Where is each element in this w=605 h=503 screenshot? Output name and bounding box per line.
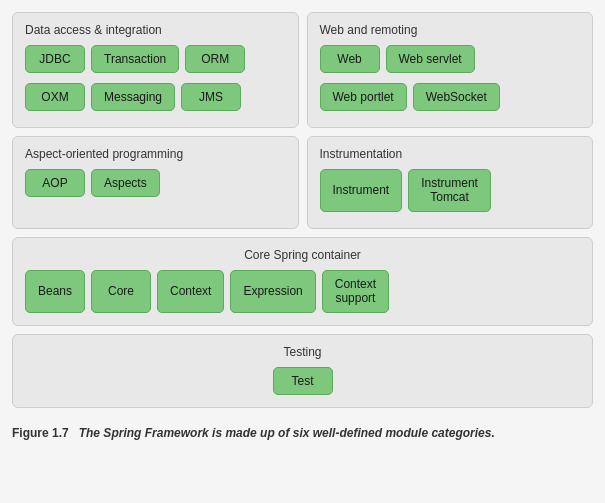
- core-items: Beans Core Context Expression Contextsup…: [25, 270, 580, 313]
- aop-row1: AOP Aspects: [25, 169, 160, 197]
- web-remoting-items: Web Web servlet Web portlet WebSocket: [320, 45, 581, 115]
- item-test: Test: [273, 367, 333, 395]
- data-access-row1: JDBC Transaction ORM: [25, 45, 245, 73]
- aop-title: Aspect-oriented programming: [25, 147, 286, 161]
- web-row2: Web portlet WebSocket: [320, 83, 500, 111]
- row-3: Core Spring container Beans Core Context…: [12, 237, 593, 326]
- testing-title: Testing: [25, 345, 580, 359]
- item-jdbc: JDBC: [25, 45, 85, 73]
- web-row1: Web Web servlet: [320, 45, 475, 73]
- web-remoting-section: Web and remoting Web Web servlet Web por…: [307, 12, 594, 128]
- item-expression: Expression: [230, 270, 315, 313]
- item-web: Web: [320, 45, 380, 73]
- data-access-items: JDBC Transaction ORM OXM Messaging JMS: [25, 45, 286, 115]
- item-orm: ORM: [185, 45, 245, 73]
- data-access-section: Data access & integration JDBC Transacti…: [12, 12, 299, 128]
- testing-section: Testing Test: [12, 334, 593, 408]
- caption-text: The Spring Framework is made up of six w…: [79, 426, 495, 440]
- item-web-servlet: Web servlet: [386, 45, 475, 73]
- item-context: Context: [157, 270, 224, 313]
- figure-label: Figure 1.7: [12, 426, 69, 440]
- core-section: Core Spring container Beans Core Context…: [12, 237, 593, 326]
- row-1: Data access & integration JDBC Transacti…: [12, 12, 593, 128]
- row-4: Testing Test: [12, 334, 593, 408]
- item-messaging: Messaging: [91, 83, 175, 111]
- spring-framework-diagram: Data access & integration JDBC Transacti…: [12, 12, 593, 440]
- figure-caption: Figure 1.7 The Spring Framework is made …: [12, 426, 593, 440]
- aop-items: AOP Aspects: [25, 169, 286, 201]
- item-web-portlet: Web portlet: [320, 83, 407, 111]
- data-access-row2: OXM Messaging JMS: [25, 83, 241, 111]
- item-beans: Beans: [25, 270, 85, 313]
- instrumentation-section: Instrumentation Instrument InstrumentTom…: [307, 136, 594, 229]
- item-context-support: Contextsupport: [322, 270, 389, 313]
- instrumentation-row1: Instrument InstrumentTomcat: [320, 169, 491, 212]
- testing-items: Test: [25, 367, 580, 395]
- web-remoting-title: Web and remoting: [320, 23, 581, 37]
- item-instrument-tomcat: InstrumentTomcat: [408, 169, 491, 212]
- instrumentation-title: Instrumentation: [320, 147, 581, 161]
- row-2: Aspect-oriented programming AOP Aspects …: [12, 136, 593, 229]
- item-transaction: Transaction: [91, 45, 179, 73]
- caption-em: The Spring Framework is made up of six w…: [79, 426, 495, 440]
- item-core: Core: [91, 270, 151, 313]
- aop-section: Aspect-oriented programming AOP Aspects: [12, 136, 299, 229]
- item-websocket: WebSocket: [413, 83, 500, 111]
- item-jms: JMS: [181, 83, 241, 111]
- instrumentation-items: Instrument InstrumentTomcat: [320, 169, 581, 216]
- data-access-title: Data access & integration: [25, 23, 286, 37]
- item-instrument: Instrument: [320, 169, 403, 212]
- item-oxm: OXM: [25, 83, 85, 111]
- item-aspects: Aspects: [91, 169, 160, 197]
- core-title: Core Spring container: [25, 248, 580, 262]
- item-aop: AOP: [25, 169, 85, 197]
